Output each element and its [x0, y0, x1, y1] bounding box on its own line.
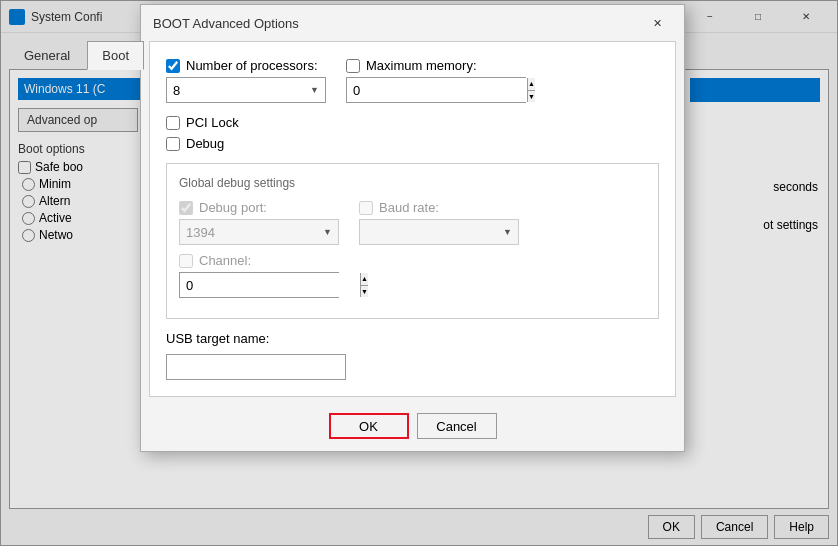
- max-memory-label: Maximum memory:: [366, 58, 477, 73]
- channel-label: Channel:: [199, 253, 251, 268]
- num-processors-arrow-icon: ▼: [310, 85, 319, 95]
- debug-label: Debug: [186, 136, 224, 151]
- baud-rate-label: Baud rate:: [379, 200, 439, 215]
- dialog-body: Number of processors: 8 ▼ Maximum memory…: [149, 41, 676, 397]
- max-memory-input[interactable]: [347, 78, 527, 102]
- max-memory-checkbox-label[interactable]: Maximum memory:: [346, 58, 526, 73]
- max-memory-arrows: ▲ ▼: [527, 78, 535, 102]
- dialog-title: BOOT Advanced Options: [153, 16, 642, 31]
- debug-checkbox-label[interactable]: Debug: [166, 136, 659, 151]
- global-debug-label: Global debug settings: [179, 176, 646, 190]
- channel-row: Channel: ▲ ▼: [179, 253, 646, 298]
- baud-rate-checkbox-label[interactable]: Baud rate:: [359, 200, 519, 215]
- baud-rate-checkbox[interactable]: [359, 201, 373, 215]
- processors-memory-row: Number of processors: 8 ▼ Maximum memory…: [166, 58, 659, 103]
- baud-rate-arrow-icon: ▼: [503, 227, 512, 237]
- debug-port-checkbox-label[interactable]: Debug port:: [179, 200, 339, 215]
- max-memory-checkbox[interactable]: [346, 59, 360, 73]
- channel-arrows: ▲ ▼: [360, 273, 368, 297]
- max-memory-spinbox[interactable]: ▲ ▼: [346, 77, 526, 103]
- usb-target-input[interactable]: [166, 354, 346, 380]
- max-memory-group: Maximum memory: ▲ ▼: [346, 58, 526, 103]
- boot-advanced-dialog: BOOT Advanced Options ✕ Number of proces…: [140, 4, 685, 452]
- debug-port-select[interactable]: 1394 ▼: [179, 219, 339, 245]
- debug-checkbox[interactable]: [166, 137, 180, 151]
- channel-input[interactable]: [180, 273, 360, 297]
- channel-checkbox-label[interactable]: Channel:: [179, 253, 339, 268]
- pci-debug-group: PCI Lock Debug: [166, 115, 659, 151]
- dialog-footer: OK Cancel: [141, 405, 684, 451]
- num-processors-group: Number of processors: 8 ▼: [166, 58, 326, 103]
- num-processors-checkbox-label[interactable]: Number of processors:: [166, 58, 326, 73]
- max-memory-up-button[interactable]: ▲: [528, 78, 535, 91]
- debug-port-arrow-icon: ▼: [323, 227, 332, 237]
- channel-checkbox[interactable]: [179, 254, 193, 268]
- dialog-titlebar: BOOT Advanced Options ✕: [141, 5, 684, 41]
- num-processors-value: 8: [173, 83, 180, 98]
- num-processors-select[interactable]: 8 ▼: [166, 77, 326, 103]
- debug-port-value: 1394: [186, 225, 215, 240]
- debug-port-label: Debug port:: [199, 200, 267, 215]
- cancel-button[interactable]: Cancel: [417, 413, 497, 439]
- dialog-overlay: BOOT Advanced Options ✕ Number of proces…: [0, 0, 838, 546]
- usb-target-label: USB target name:: [166, 331, 659, 346]
- tab-boot[interactable]: Boot: [87, 41, 144, 70]
- num-processors-label: Number of processors:: [186, 58, 318, 73]
- pci-lock-checkbox-label[interactable]: PCI Lock: [166, 115, 659, 130]
- dialog-close-button[interactable]: ✕: [642, 12, 672, 34]
- max-memory-down-button[interactable]: ▼: [528, 91, 535, 103]
- baud-rate-group: Baud rate: ▼: [359, 200, 519, 245]
- pci-lock-checkbox[interactable]: [166, 116, 180, 130]
- channel-down-button[interactable]: ▼: [361, 286, 368, 298]
- ok-button[interactable]: OK: [329, 413, 409, 439]
- debug-port-group: Debug port: 1394 ▼: [179, 200, 339, 245]
- baud-rate-select[interactable]: ▼: [359, 219, 519, 245]
- channel-spinbox[interactable]: ▲ ▼: [179, 272, 339, 298]
- channel-group: Channel: ▲ ▼: [179, 253, 339, 298]
- debug-port-baud-row: Debug port: 1394 ▼ Baud rate:: [179, 200, 646, 245]
- global-debug-section: Global debug settings Debug port: 1394 ▼: [166, 163, 659, 319]
- num-processors-checkbox[interactable]: [166, 59, 180, 73]
- usb-target-group: USB target name:: [166, 331, 659, 380]
- pci-lock-label: PCI Lock: [186, 115, 239, 130]
- channel-up-button[interactable]: ▲: [361, 273, 368, 286]
- debug-port-checkbox[interactable]: [179, 201, 193, 215]
